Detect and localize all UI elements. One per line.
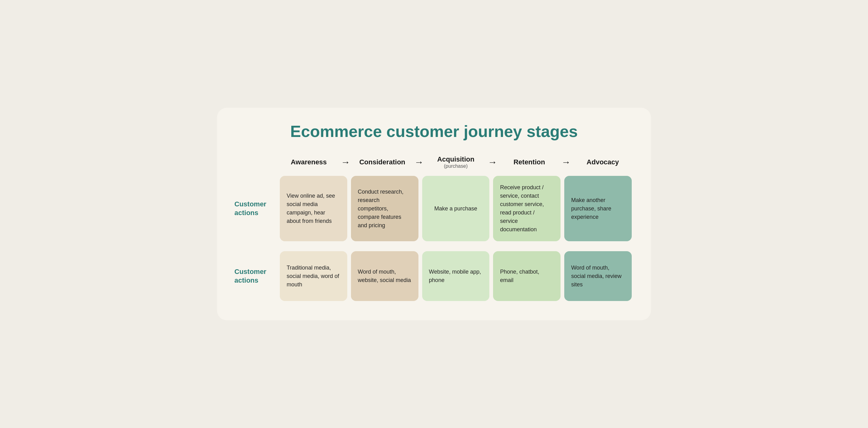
row-spacer (235, 243, 633, 249)
row1-cell-awareness-inner: View online ad, see social media campaig… (280, 176, 347, 241)
arrow-2: → (413, 157, 425, 168)
row1-cell-retention: Receive product / service, contact custo… (491, 174, 562, 243)
row2-cell-advocacy-inner: Word of mouth, social media, review site… (564, 251, 632, 301)
content-grid: Customeractions View online ad, see soci… (235, 174, 633, 303)
row2-cell-retention-inner: Phone, chatbot, email (493, 251, 561, 301)
row1-label: Customeractions (235, 174, 278, 243)
header-retention: Retention (498, 158, 560, 166)
journey-card: Ecommerce customer journey stages Awaren… (217, 108, 651, 320)
row2-cell-acquisition: Website, mobile app, phone (420, 249, 492, 303)
col-title-consideration: Consideration (360, 158, 405, 166)
header-consideration: Consideration (351, 158, 413, 166)
header-acquisition: Acquisition (purchase) (425, 155, 487, 169)
row1-cell-consideration-inner: Conduct research, research competitors, … (351, 176, 418, 241)
row1-cell-acquisition-inner: Make a purchase (422, 176, 490, 241)
col-subtitle-acquisition: (purchase) (444, 164, 468, 169)
row1-cell-retention-inner: Receive product / service, contact custo… (493, 176, 561, 241)
row2-cell-retention: Phone, chatbot, email (491, 249, 562, 303)
row2-cell-awareness: Traditional media, social media, word of… (278, 249, 349, 303)
row1-cell-consideration: Conduct research, research competitors, … (349, 174, 420, 243)
row1-cell-advocacy: Make another purchase, share experience (562, 174, 633, 243)
col-title-advocacy: Advocacy (587, 158, 619, 166)
row2-cell-consideration-inner: Word of mouth, website, social media (351, 251, 418, 301)
row2-label: Customeractions (235, 249, 278, 303)
row2-cell-awareness-inner: Traditional media, social media, word of… (280, 251, 347, 301)
arrow-3: → (487, 157, 498, 168)
main-title: Ecommerce customer journey stages (235, 123, 633, 140)
row1-cell-awareness: View online ad, see social media campaig… (278, 174, 349, 243)
column-headers: Awareness → Consideration → Acquisition … (278, 155, 633, 169)
header-awareness: Awareness (278, 158, 340, 166)
row1-cell-advocacy-inner: Make another purchase, share experience (564, 176, 632, 241)
col-title-acquisition: Acquisition (437, 155, 474, 164)
row1-cell-acquisition: Make a purchase (420, 174, 492, 243)
col-title-retention: Retention (514, 158, 545, 166)
arrow-4: → (560, 157, 572, 168)
col-title-awareness: Awareness (291, 158, 327, 166)
row2-cell-advocacy: Word of mouth, social media, review site… (562, 249, 633, 303)
row2-cell-acquisition-inner: Website, mobile app, phone (422, 251, 490, 301)
header-advocacy: Advocacy (572, 158, 633, 166)
arrow-1: → (340, 157, 351, 168)
row2-cell-consideration: Word of mouth, website, social media (349, 249, 420, 303)
